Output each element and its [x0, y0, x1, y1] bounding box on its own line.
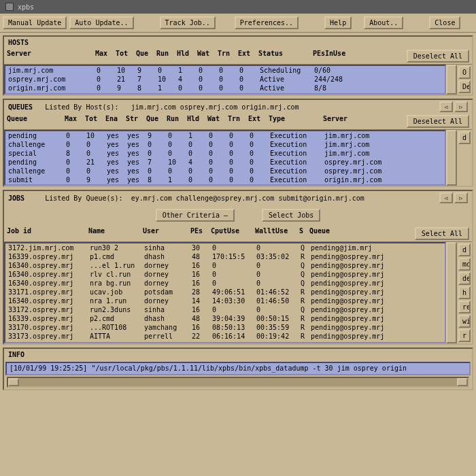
table-row[interactable]: pending010yesyes901000Executionjim.mrj.c…	[5, 131, 445, 140]
table-row[interactable]: 16340.osprey.mrjrlv_cl.rundorney1600Qpen…	[5, 270, 445, 279]
jobs-right-btn-h[interactable]: h	[458, 286, 471, 299]
about-button[interactable]: About..	[364, 16, 403, 29]
menubar: Manual Update Auto Update.. Track Job.. …	[0, 14, 476, 33]
table-row[interactable]: 16340.osprey.mrjnra_1.rundorney1414:03:3…	[5, 296, 445, 305]
right-btn-de[interactable]: De	[458, 80, 471, 93]
queues-hosts-list: jim.mrj.com osprey.mrj.com origin.mrj.co…	[131, 103, 299, 111]
hosts-title: HOSTS	[8, 39, 29, 46]
preferences-button[interactable]: Preferences..	[235, 16, 299, 29]
queues-header-row: Queue Max Tot Ena Str Que Run Hld Wat Tr…	[4, 114, 472, 130]
table-row[interactable]: 33171.osprey.mrjucav.jobpotsdam2849:06:5…	[5, 288, 445, 296]
table-row[interactable]: 16340.osprey.mrj...el_1.rundorney1600Qpe…	[5, 261, 445, 270]
jobs-scrollbar[interactable]	[446, 242, 457, 343]
queues-prev-button[interactable]: ◁	[439, 101, 453, 112]
queues-deselect-button[interactable]: Deselect All	[407, 115, 469, 128]
window-titlebar: xpbs	[0, 0, 476, 14]
jobs-right-btn-de[interactable]: de	[458, 272, 471, 285]
table-row[interactable]: 16340.osprey.mrjnra_bg.rundorney1600Qpen…	[5, 279, 445, 288]
queues-listed-by-label: Listed By Host(s):	[45, 103, 118, 111]
jobs-table[interactable]: 3172.jim.mrj.comrun30_2sinha3000Qpending…	[4, 242, 446, 343]
jobs-header-row: Job id Name User PEs CputUse WalltUse S …	[4, 226, 472, 242]
table-row[interactable]: special80yesyes000000Executionjim.mrj.co…	[5, 149, 445, 158]
table-row[interactable]: pending021yesyes7104000Executionosprey.m…	[5, 158, 445, 167]
hscroll-right-icon[interactable]	[457, 378, 468, 386]
jobs-right-btn-rel[interactable]: rel	[458, 301, 471, 313]
hosts-table[interactable]: jim.mrj.com010901000Scheduling0/60osprey…	[4, 65, 446, 95]
table-row[interactable]: 3172.jim.mrj.comrun30_2sinha3000Qpending…	[5, 243, 445, 252]
info-panel: INFO [10/01/99 19:25:25] "/usr/local/pkg…	[3, 347, 473, 390]
jobs-next-button[interactable]: ▷	[454, 192, 468, 203]
close-button[interactable]: Close	[429, 16, 460, 29]
table-row[interactable]: submit09yesyes810000Executionorigin.mrj.…	[5, 175, 445, 184]
table-row[interactable]: origin.mrj.com09810000Active8/8	[5, 84, 445, 92]
jobs-listed-by-label: Listed By Queue(s):	[45, 194, 122, 202]
table-row[interactable]: challenge00yesyes000000Executionjim.mrj.…	[5, 140, 445, 149]
jobs-panel: JOBS Listed By Queue(s): ey.mrj.com chal…	[3, 190, 473, 345]
jobs-right-btn-wi[interactable]: wi	[458, 315, 471, 328]
window-icon	[5, 3, 14, 11]
table-row[interactable]: jim.mrj.com010901000Scheduling0/60	[5, 66, 445, 75]
jobs-select-all-button[interactable]: Select All	[415, 227, 469, 240]
window-title: xpbs	[18, 3, 34, 11]
table-row[interactable]: 16339.osprey.mrjp2.cmddhash4839:04:3900:…	[5, 314, 445, 323]
hosts-panel: HOSTS Server Max Tot Que Run Hld Wat Trn…	[3, 35, 473, 96]
info-hscroll[interactable]	[7, 377, 469, 388]
table-row[interactable]: 33173.osprey.mrjAITTAperrell2206:16:1400…	[5, 332, 445, 341]
track-job-button[interactable]: Track Job..	[160, 16, 216, 29]
queues-scrollbar[interactable]	[446, 130, 457, 186]
queues-right-btn[interactable]: d	[458, 131, 471, 144]
info-text: [10/01/99 19:25:25] "/usr/local/pkg/pbs/…	[5, 362, 471, 375]
manual-update-button[interactable]: Manual Update	[3, 16, 67, 29]
queues-table[interactable]: pending010yesyes901000Executionjim.mrj.c…	[4, 130, 446, 186]
jobs-title: JOBS	[8, 194, 24, 202]
info-title: INFO	[8, 351, 24, 358]
auto-update-button[interactable]: Auto Update..	[69, 16, 133, 29]
hscroll-left-icon[interactable]	[8, 378, 19, 386]
help-button[interactable]: Help	[324, 16, 352, 29]
hosts-header-row: Server Max Tot Que Run Hld Wat Trn Ext S…	[4, 48, 472, 65]
hosts-scrollbar[interactable]	[446, 65, 457, 95]
table-row[interactable]: 16339.osprey.mrjp1.cmddhash48170:15:503:…	[5, 252, 445, 261]
jobs-prev-button[interactable]: ◁	[439, 192, 453, 203]
table-row[interactable]: 33172.osprey.mrjrun2.3dunssinha1600Qpend…	[5, 305, 445, 314]
select-jobs-button[interactable]: Select Jobs	[262, 209, 320, 222]
queues-next-button[interactable]: ▷	[454, 101, 468, 112]
other-criteria-button[interactable]: Other Criteria —	[156, 209, 235, 222]
queues-title: QUEUES	[8, 103, 33, 111]
table-row[interactable]: osprey.mrj.com0217104000Active244/248	[5, 75, 445, 84]
hosts-deselect-button[interactable]: Deselect All	[407, 50, 469, 63]
right-btn-o[interactable]: O	[458, 66, 471, 79]
jobs-queues-list: ey.mrj.com challenge@osprey.mrj.com subm…	[131, 194, 364, 202]
jobs-right-btn-d[interactable]: d	[458, 243, 471, 256]
table-row[interactable]: challenge00yesyes000000Executionosprey.m…	[5, 167, 445, 175]
table-row[interactable]: 33170.osprey.mrj...ROT108yamchang1608:50…	[5, 323, 445, 332]
jobs-right-btn-r[interactable]: r	[458, 329, 471, 342]
queues-panel: QUEUES Listed By Host(s): jim.mrj.com os…	[3, 99, 473, 187]
jobs-right-btn-mo[interactable]: mo	[458, 258, 471, 271]
